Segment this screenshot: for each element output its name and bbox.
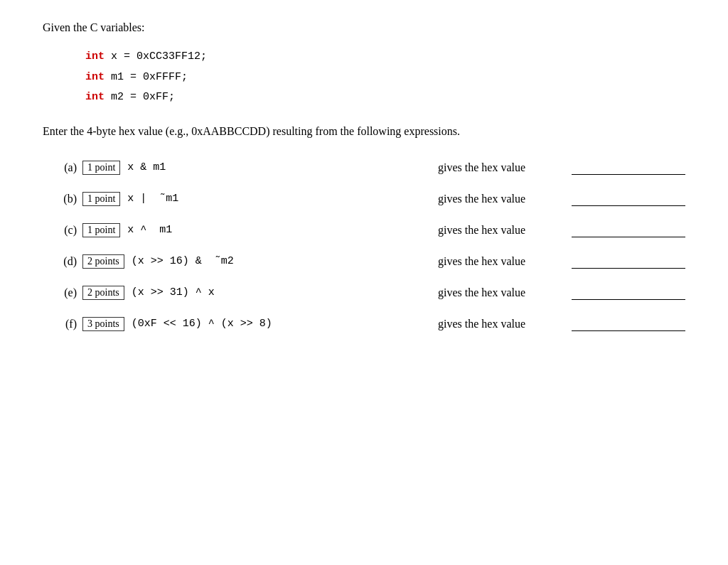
expression-e: (x >> 31) ^ x — [132, 286, 288, 298]
expression-c: x ^ m1 — [127, 224, 284, 236]
q-label-c: (c) — [50, 224, 77, 237]
question-row-a: (a) 1 point x & m1 gives the hex value — [43, 152, 685, 183]
question-row-d: (d) 2 points (x >> 16) & ˜m2 gives the h… — [43, 246, 685, 277]
answer-line-c[interactable] — [572, 223, 685, 237]
points-badge-e: 2 points — [82, 286, 124, 300]
points-badge-b: 1 point — [82, 192, 120, 206]
keyword-int-2: int — [85, 71, 105, 83]
questions-container: (a) 1 point x & m1 gives the hex value (… — [43, 152, 685, 340]
points-badge-a: 1 point — [82, 161, 120, 175]
gives-text-a: gives the hex value — [424, 161, 566, 174]
answer-line-d[interactable] — [572, 254, 685, 269]
question-intro: Enter the 4-byte hex value (e.g., 0xAABB… — [43, 125, 685, 138]
gives-text-d: gives the hex value — [424, 255, 566, 268]
gives-text-e: gives the hex value — [424, 286, 566, 299]
question-row-b: (b) 1 point x | ˜m1 gives the hex value — [43, 183, 685, 215]
q-label-f: (f) — [50, 318, 77, 330]
answer-line-e[interactable] — [572, 286, 685, 300]
expression-a: x & m1 — [127, 161, 284, 173]
gives-text-f: gives the hex value — [424, 318, 566, 330]
answer-line-a[interactable] — [572, 161, 685, 175]
question-row-c: (c) 1 point x ^ m1 gives the hex value — [43, 215, 685, 246]
keyword-int-3: int — [85, 91, 105, 103]
right-section-f: gives the hex value — [424, 317, 685, 331]
q-label-b: (b) — [50, 193, 77, 205]
q-label-a: (a) — [50, 161, 77, 174]
expression-b: x | ˜m1 — [127, 193, 284, 205]
right-section-a: gives the hex value — [424, 161, 685, 175]
code-line-2: int m1 = 0xFFFF; — [85, 68, 685, 88]
right-section-e: gives the hex value — [424, 286, 685, 300]
expression-f: (0xF << 16) ^ (x >> 8) — [132, 318, 288, 330]
expression-d: (x >> 16) & ˜m2 — [132, 255, 288, 267]
answer-line-b[interactable] — [572, 192, 685, 206]
question-row-e: (e) 2 points (x >> 31) ^ x gives the hex… — [43, 277, 685, 308]
code-line-3: int m2 = 0xFF; — [85, 87, 685, 108]
intro-heading: Given the C variables: — [43, 21, 685, 34]
code-val-2: m1 = 0xFFFF; — [105, 71, 188, 83]
gives-text-b: gives the hex value — [424, 193, 566, 205]
code-block: int x = 0xCC33FF12; int m1 = 0xFFFF; int… — [85, 47, 685, 108]
right-section-b: gives the hex value — [424, 192, 685, 206]
q-label-d: (d) — [50, 255, 77, 268]
points-badge-c: 1 point — [82, 223, 120, 237]
code-line-1: int x = 0xCC33FF12; — [85, 47, 685, 68]
code-val-3: m2 = 0xFF; — [105, 91, 175, 103]
points-badge-d: 2 points — [82, 254, 124, 269]
question-row-f: (f) 3 points (0xF << 16) ^ (x >> 8) give… — [43, 308, 685, 340]
code-val-1: x = 0xCC33FF12; — [105, 50, 207, 63]
keyword-int-1: int — [85, 50, 105, 63]
gives-text-c: gives the hex value — [424, 224, 566, 237]
q-label-e: (e) — [50, 286, 77, 299]
answer-line-f[interactable] — [572, 317, 685, 331]
right-section-d: gives the hex value — [424, 254, 685, 269]
points-badge-f: 3 points — [82, 317, 124, 331]
right-section-c: gives the hex value — [424, 223, 685, 237]
